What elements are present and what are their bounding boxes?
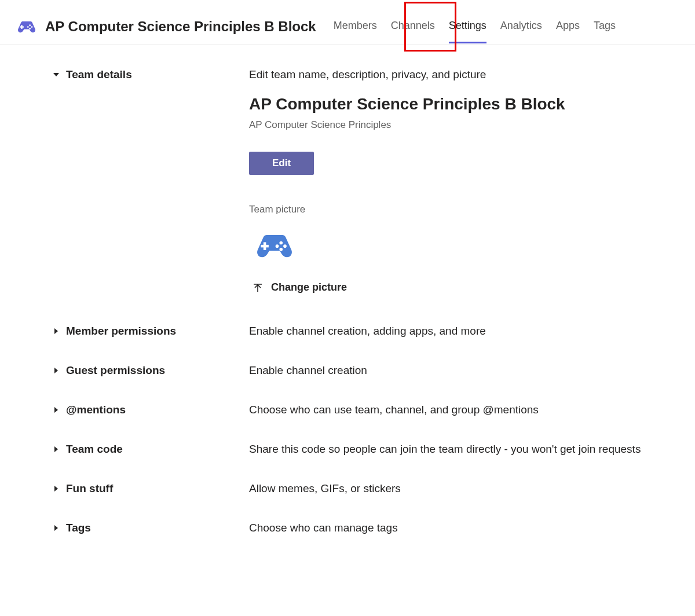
section-title: Team code (66, 443, 123, 456)
svg-rect-7 (261, 245, 269, 248)
svg-point-11 (276, 244, 279, 248)
caret-right-icon (52, 485, 60, 493)
header-tabs: Members Channels Settings Analytics Apps… (327, 8, 623, 45)
team-title: AP Computer Science Principles B Block (45, 19, 316, 35)
section-header-member-permissions[interactable]: Member permissions (52, 325, 249, 338)
section-title: Team details (66, 68, 132, 81)
section-desc: Choose who can use team, channel, and gr… (249, 404, 660, 416)
game-controller-icon (16, 16, 37, 37)
tab-tags[interactable]: Tags (587, 8, 623, 45)
settings-content: Team details Edit team name, description… (0, 45, 695, 558)
section-guest-permissions: Guest permissions Enable channel creatio… (52, 364, 660, 377)
team-picture-label: Team picture (249, 204, 660, 215)
section-team-details: Team details Edit team name, description… (52, 68, 660, 296)
tab-members[interactable]: Members (327, 8, 384, 45)
app-header: AP Computer Science Principles B Block M… (0, 0, 695, 45)
svg-point-5 (27, 26, 29, 28)
caret-right-icon (52, 366, 60, 375)
section-title: Tags (66, 522, 91, 534)
edit-button[interactable]: Edit (249, 152, 314, 175)
section-header-tags[interactable]: Tags (52, 522, 249, 534)
section-desc: Enable channel creation, adding apps, an… (249, 325, 660, 338)
section-title: Guest permissions (66, 364, 165, 377)
section-desc: Choose who can manage tags (249, 522, 660, 534)
tab-apps[interactable]: Apps (549, 8, 587, 45)
section-fun-stuff: Fun stuff Allow memes, GIFs, or stickers (52, 482, 660, 495)
section-tags: Tags Choose who can manage tags (52, 522, 660, 534)
team-details-description: Edit team name, description, privacy, an… (249, 68, 660, 81)
team-subtitle: AP Computer Science Principles (249, 119, 660, 131)
section-header-guest-permissions[interactable]: Guest permissions (52, 364, 249, 377)
upload-icon (253, 283, 263, 293)
team-name: AP Computer Science Principles B Block (249, 95, 660, 113)
tab-channels[interactable]: Channels (384, 8, 442, 45)
section-desc: Share this code so people can join the t… (249, 443, 660, 456)
section-title: Member permissions (66, 325, 176, 338)
change-picture-label: Change picture (271, 281, 347, 294)
section-desc: Allow memes, GIFs, or stickers (249, 482, 660, 495)
svg-point-2 (29, 24, 31, 26)
caret-right-icon (52, 524, 60, 532)
section-title: Fun stuff (66, 482, 113, 495)
section-mentions: @mentions Choose who can use team, chann… (52, 404, 660, 416)
section-desc: Enable channel creation (249, 364, 660, 377)
section-member-permissions: Member permissions Enable channel creati… (52, 325, 660, 338)
caret-right-icon (52, 406, 60, 414)
svg-rect-1 (20, 26, 24, 27)
caret-right-icon (52, 445, 60, 453)
svg-point-9 (283, 244, 287, 248)
team-details-body: Edit team name, description, privacy, an… (249, 68, 660, 296)
section-header-mentions[interactable]: @mentions (52, 404, 249, 416)
svg-point-3 (31, 26, 33, 28)
team-picture (253, 227, 297, 264)
svg-point-8 (279, 241, 283, 245)
caret-right-icon (52, 327, 60, 335)
section-header-fun-stuff[interactable]: Fun stuff (52, 482, 249, 495)
svg-point-4 (29, 27, 31, 29)
section-header-team-code[interactable]: Team code (52, 443, 249, 456)
caret-down-icon (52, 71, 60, 79)
tab-analytics[interactable]: Analytics (493, 8, 549, 45)
section-title: @mentions (66, 404, 126, 416)
change-picture-button[interactable]: Change picture (253, 281, 347, 294)
section-header-team-details[interactable]: Team details (52, 68, 249, 81)
svg-point-10 (279, 248, 283, 251)
tab-settings[interactable]: Settings (442, 8, 493, 45)
section-team-code: Team code Share this code so people can … (52, 443, 660, 456)
